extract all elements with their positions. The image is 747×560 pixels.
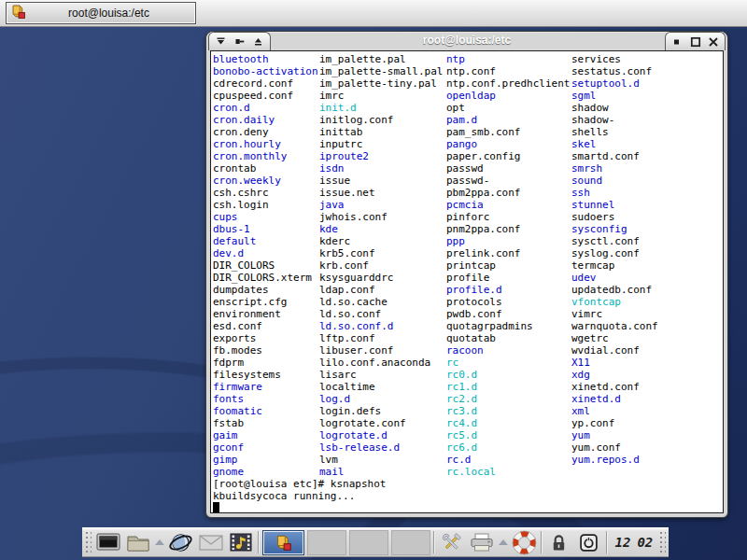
kicker-panel: 12 02 [82, 527, 669, 557]
panel-clock[interactable]: 12 02 [615, 535, 654, 550]
file-entry: dumpdates [213, 284, 318, 296]
file-entry: init.d [319, 102, 443, 114]
prompt-line: [root@louisa etc]# ksnapshot [213, 478, 386, 490]
file-entry: lisarc [319, 369, 443, 381]
file-entry: imrc [319, 90, 443, 102]
file-entry: ld.so.cache [319, 296, 443, 308]
lock-icon[interactable] [545, 529, 572, 555]
window-title: root@louisa:/etc [206, 34, 727, 47]
separator [258, 531, 260, 553]
file-entry: jwhois.conf [319, 211, 443, 223]
file-entry: sgml [571, 90, 658, 102]
file-entry: racoon [446, 344, 570, 357]
media-player-icon[interactable] [227, 529, 254, 555]
titlebar-right-buttons [665, 32, 726, 50]
file-entry: wgetrc [571, 332, 658, 344]
file-entry: environment [213, 308, 318, 320]
file-entry: openldap [446, 90, 570, 102]
file-entry: dbus-1 [213, 223, 318, 235]
file-entry: ld.so.conf.d [319, 320, 443, 332]
file-entry: lvm [319, 454, 443, 466]
expand-arrow-icon[interactable] [499, 539, 508, 545]
file-entry: profile.d [446, 284, 570, 296]
browser-icon[interactable] [167, 529, 194, 555]
file-entry: ntp.conf [446, 65, 570, 77]
file-entry: enscript.cfg [213, 296, 318, 308]
panel-grip[interactable] [659, 531, 666, 553]
packages-icon [10, 4, 26, 23]
file-entry: termcap [571, 259, 658, 272]
tools-icon[interactable] [438, 529, 465, 555]
help-icon[interactable] [511, 529, 538, 555]
file-entry: filesystems [213, 369, 318, 381]
file-entry: rc6.d [446, 441, 570, 454]
file-entry: im_palette-small.pal [319, 65, 443, 77]
file-entry: rc0.d [446, 369, 570, 381]
file-entry: yum.conf [571, 441, 658, 454]
file-entry: shadow- [571, 114, 658, 126]
file-entry: stunnel [571, 199, 658, 211]
file-entry: dev.d [213, 247, 318, 259]
file-entry: cron.hourly [213, 138, 318, 150]
file-entry: opt [446, 102, 570, 114]
file-entry: setuptool.d [571, 77, 658, 90]
desktop: root@louisa:/etc root@louisa:/etc [0, 0, 747, 560]
file-entry: bluetooth [213, 53, 318, 65]
mail-icon[interactable] [197, 529, 224, 555]
file-entry: crontab [213, 162, 318, 175]
file-entry: pango [446, 138, 570, 150]
file-entry: passwd [446, 162, 570, 175]
separator [606, 531, 608, 553]
file-entry: shells [571, 126, 658, 138]
expand-arrow-icon[interactable] [155, 539, 164, 545]
file-entry: wvdial.conf [571, 344, 658, 357]
taskbar-active-task[interactable] [262, 530, 304, 555]
file-entry: issue [319, 175, 443, 187]
file-entry: im_palette.pal [319, 53, 443, 65]
clock-hours: 12 [615, 535, 631, 550]
top-task-button[interactable]: root@louisa:/etc [6, 2, 196, 24]
maximize-button[interactable] [689, 35, 701, 48]
file-column-3: ntpntp.confntp.conf.predhclientopenldapo… [446, 53, 570, 478]
file-entry: cron.monthly [213, 150, 318, 162]
file-entry: foomatic [213, 405, 318, 417]
file-entry: cpuspeed.conf [213, 90, 318, 102]
file-entry: smrsh [571, 162, 658, 175]
file-entry: passwd- [446, 175, 570, 187]
file-entry: login.defs [319, 405, 443, 417]
file-entry: services [571, 53, 658, 65]
file-entry: csh.login [213, 199, 318, 211]
terminal-screen[interactable]: bluetoothbonobo-activationcdrecord.confc… [210, 50, 724, 513]
file-entry: yp.conf [571, 417, 658, 429]
window-titlebar[interactable]: root@louisa:/etc [206, 32, 727, 50]
file-entry: DIR_COLORS.xterm [213, 272, 318, 284]
printer-icon[interactable] [468, 529, 495, 555]
panel-grip[interactable] [85, 531, 92, 553]
file-entry: lftp.conf [319, 332, 443, 344]
terminal-icon[interactable] [94, 529, 121, 555]
file-entry: gaim [213, 429, 318, 441]
file-entry: rc3.d [446, 405, 570, 417]
file-entry: ntp.conf.predhclient [446, 77, 570, 90]
file-entry: lilo.conf.anaconda [319, 357, 443, 369]
file-entry: logrotate.conf [319, 417, 443, 429]
file-entry: printcap [446, 259, 570, 272]
empty-task-slot [307, 530, 346, 555]
file-entry: X11 [571, 357, 658, 369]
folder-icon[interactable] [124, 529, 151, 555]
file-entry: skel [571, 138, 658, 150]
file-entry: cron.d [213, 102, 318, 114]
power-icon[interactable] [575, 529, 602, 555]
file-entry: pinforc [446, 211, 570, 223]
file-entry: initlog.conf [319, 114, 443, 126]
minimize-button[interactable] [671, 35, 684, 48]
file-entry: krb.conf [319, 259, 443, 272]
file-entry: sestatus.conf [571, 65, 658, 77]
close-button[interactable] [707, 35, 719, 48]
file-entry: xdg [571, 369, 658, 381]
file-entry: iproute2 [319, 150, 443, 162]
file-entry: im_palette-tiny.pal [319, 77, 443, 90]
file-entry: sysctl.conf [571, 235, 658, 247]
file-entry: ld.so.conf [319, 308, 443, 320]
file-entry: kderc [319, 235, 443, 247]
